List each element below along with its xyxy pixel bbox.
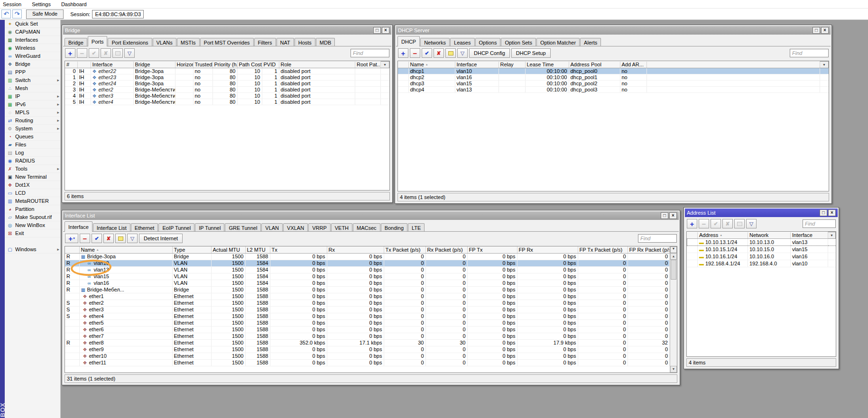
tab-macsec[interactable]: MACsec <box>353 223 380 232</box>
vertical-scrollbar[interactable]: ▼ ▲ ▼ <box>670 246 677 373</box>
table-row[interactable]: ▬10.10.16.1/2410.10.16.0vlan16 <box>687 253 836 260</box>
address-window-titlebar[interactable]: Address List □ × <box>685 209 838 217</box>
maximize-button[interactable]: □ <box>820 209 827 216</box>
column-header-root-pat[interactable]: Root Pat... <box>355 62 381 68</box>
table-row[interactable]: S❖ether4Ethernet150015880 bps0 bps000 bp… <box>65 313 670 319</box>
sidebar-item-tools[interactable]: ✗Tools▸ <box>5 165 60 173</box>
sidebar-item-ppp[interactable]: ▤PPP <box>5 68 60 76</box>
column-chooser-button[interactable]: ▼ <box>828 232 836 239</box>
dhcp-setup-button[interactable]: DHCP Setup <box>511 48 551 58</box>
find-input[interactable] <box>803 219 836 228</box>
close-button[interactable]: × <box>821 27 829 34</box>
tab-bridge[interactable]: Bridge <box>65 38 87 46</box>
sidebar-item-switch[interactable]: ▥Switch▸ <box>5 76 60 84</box>
comment-button[interactable] <box>734 219 745 228</box>
column-header-actual-mtu[interactable]: Actual MTU <box>211 246 245 253</box>
column-header-name[interactable]: Name▲ <box>408 62 455 68</box>
column-header-rx[interactable]: Rx <box>327 246 384 253</box>
filter-button[interactable]: ▽ <box>457 48 468 58</box>
column-header-horizon[interactable]: Horizon <box>175 62 193 68</box>
undo-button[interactable]: ↶ <box>1 9 11 18</box>
tab-bonding[interactable]: Bonding <box>381 223 407 232</box>
tab-vlans[interactable]: VLANs <box>153 38 176 46</box>
sidebar-item-windows[interactable]: ▢Windows▸ <box>5 245 60 254</box>
sidebar-item-partition[interactable]: ◕Partition <box>5 205 60 213</box>
find-input[interactable] <box>790 49 829 57</box>
redo-button[interactable]: ↷ <box>12 9 22 18</box>
column-header-fp-tx[interactable]: FP Tx <box>467 246 517 253</box>
table-row[interactable]: dhcp3vlan1500:10:00dhcp_pool2no <box>398 81 829 87</box>
maximize-button[interactable]: □ <box>813 27 820 34</box>
table-row[interactable]: dhcp1vlan1000:10:00dhcp_pool0no <box>398 68 829 74</box>
filter-button[interactable]: ▽ <box>746 219 757 228</box>
tab-vlan[interactable]: VLAN <box>261 223 283 232</box>
tab-dhcp[interactable]: DHCP <box>397 36 420 46</box>
remove-button[interactable]: − <box>80 234 90 243</box>
sidebar-item-ip[interactable]: ▦IP▸ <box>5 92 60 100</box>
dhcp-window-titlebar[interactable]: DHCP Server □ × <box>396 26 831 35</box>
column-header[interactable] <box>77 62 91 68</box>
sidebar-item-mpls[interactable]: ◌MPLS▸ <box>5 109 60 117</box>
column-header-pvid[interactable]: PVID <box>262 62 279 68</box>
column-header-l2-mtu[interactable]: L2 MTU <box>245 246 270 253</box>
filter-button[interactable]: ▽ <box>127 234 138 243</box>
sidebar-item-lcd[interactable]: ▭LCD <box>5 189 60 197</box>
sidebar-item-bridge[interactable]: ❖Bridge <box>5 60 60 68</box>
add-button[interactable]: + <box>65 48 75 58</box>
sidebar-item-ipv6[interactable]: ▦IPv6▸ <box>5 100 60 109</box>
sidebar-item-exit[interactable]: ⊠Exit <box>5 229 60 237</box>
column-header-fp-tx-packet-p-s[interactable]: FP Tx Packet (p/s) <box>578 246 628 253</box>
column-header-address-pool[interactable]: Address Pool <box>569 62 620 68</box>
close-button[interactable]: × <box>382 27 389 34</box>
column-header[interactable] <box>687 232 698 239</box>
sidebar-item-new-terminal[interactable]: ▣New Terminal <box>5 173 60 181</box>
table-row[interactable]: 2IH❖ether24Bridge-Зораno80101disabled po… <box>65 81 389 87</box>
column-header-interface[interactable]: Interface <box>455 62 499 68</box>
table-row[interactable]: R∞vlan15VLAN150015840 bps0 bps000 bps0 b… <box>65 273 670 280</box>
find-input[interactable] <box>638 234 677 243</box>
tab-port-extensions[interactable]: Port Extensions <box>108 38 152 46</box>
tab-hosts[interactable]: Hosts <box>295 38 315 46</box>
table-row[interactable]: dhcp2vlan1600:10:00dhcp_pool1no <box>398 74 829 81</box>
column-header-rx-packet-p-s[interactable]: Rx Packet (p/s) <box>425 246 467 253</box>
table-row[interactable]: ❖ether10Ethernet150015880 bps0 bps000 bp… <box>65 353 670 359</box>
find-input[interactable] <box>351 49 389 57</box>
add-button[interactable]: + <box>398 48 408 58</box>
column-chooser-button[interactable]: ▼ <box>670 246 677 253</box>
tab-mstis[interactable]: MSTIs <box>177 38 200 46</box>
column-header-tx[interactable]: Tx <box>270 246 327 253</box>
table-row[interactable]: ❖ether1Ethernet150015880 bps0 bps000 bps… <box>65 293 670 300</box>
tab-interface[interactable]: Interface <box>65 221 92 232</box>
disable-button[interactable]: ✘ <box>103 234 114 243</box>
column-header[interactable] <box>646 62 820 68</box>
table-row[interactable]: R∞vlan16VLAN150015840 bps0 bps000 bps0 b… <box>65 280 670 286</box>
disable-button[interactable]: ✘ <box>101 48 111 58</box>
column-header-[interactable]: # <box>65 62 77 68</box>
tab-option-matcher[interactable]: Option Matcher <box>536 38 580 46</box>
sidebar-item-wireless[interactable]: ◉Wireless <box>5 44 60 52</box>
menu-settings[interactable]: Settings <box>30 1 53 8</box>
table-row[interactable]: ▬10.10.13.1/2410.10.13.0vlan13 <box>687 239 836 246</box>
table-row[interactable]: ▬10.10.15.1/2410.10.15.0vlan15 <box>687 246 836 253</box>
tab-option-sets[interactable]: Option Sets <box>501 38 536 46</box>
column-header-lease-time[interactable]: Lease Time <box>525 62 569 68</box>
column-header-network[interactable]: Network <box>748 232 791 239</box>
sidebar-item-capsman[interactable]: ◉CAPsMAN <box>5 28 60 36</box>
sidebar-item-files[interactable]: ▰Files <box>5 141 60 149</box>
table-row[interactable]: R∞vlan13VLAN150015840 bps0 bps000 bps0 b… <box>65 266 670 273</box>
column-header-name[interactable]: Name▲ <box>79 246 172 253</box>
table-row[interactable]: 4IH❖ether3Bridge-Мебелстилno80101disable… <box>65 93 389 99</box>
menu-dashboard[interactable]: Dashboard <box>59 1 89 8</box>
sidebar-item-make-supout-rif[interactable]: ▱Make Supout.rif <box>5 213 60 221</box>
safe-mode-button[interactable]: Safe Mode <box>26 9 64 19</box>
column-header-type[interactable]: Type <box>172 246 211 253</box>
comment-button[interactable] <box>115 234 126 243</box>
enable-button[interactable]: ✔ <box>89 48 99 58</box>
tab-filters[interactable]: Filters <box>254 38 276 46</box>
tab-ethernet[interactable]: Ethernet <box>131 223 158 232</box>
tab-alerts[interactable]: Alerts <box>580 38 601 46</box>
sidebar-item-system[interactable]: ⚙System▸ <box>5 125 60 133</box>
add-button[interactable]: + ▾ <box>65 234 78 243</box>
maximize-button[interactable]: □ <box>373 27 381 34</box>
filter-button[interactable]: ▽ <box>124 48 135 58</box>
